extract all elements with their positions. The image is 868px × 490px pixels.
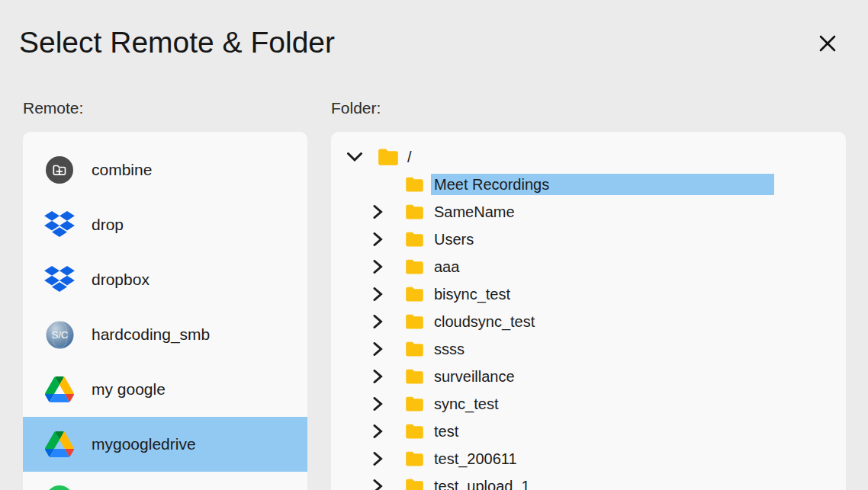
tree-item-label: test xyxy=(431,421,774,442)
remote-label: Remote: xyxy=(23,99,83,117)
remote-item-drop[interactable]: drop xyxy=(23,197,307,252)
smb-globe-icon: S/C xyxy=(44,319,75,350)
chevron-right-icon[interactable] xyxy=(373,315,383,328)
remote-item-combine[interactable]: combine xyxy=(23,143,307,197)
folder-tree: /Meet RecordingsSameNameUsersaaabisync_t… xyxy=(331,132,846,490)
chevron-right-icon[interactable] xyxy=(373,232,383,246)
tree-item-label: / xyxy=(404,146,412,168)
remote-list: combinedropdropboxS/Chardcoding_smbmy go… xyxy=(23,132,307,490)
tree-item-surveillance[interactable]: surveillance xyxy=(331,363,846,390)
tree-item-SameName[interactable]: SameName xyxy=(331,198,846,226)
tree-item-label: surveillance xyxy=(431,366,774,387)
tree-item-test-200611[interactable]: test_200611 xyxy=(331,445,846,472)
folder-icon xyxy=(405,287,424,303)
tree-item-label: Meet Recordings xyxy=(431,174,774,195)
chevron-right-icon[interactable] xyxy=(373,397,383,411)
tree-item-label: bisync_test xyxy=(431,283,774,305)
google-drive-icon xyxy=(44,429,75,460)
google-drive-icon xyxy=(44,374,75,405)
chevron-right-icon[interactable] xyxy=(373,260,383,274)
dropbox-icon xyxy=(44,210,75,240)
tree-item-label: aaa xyxy=(431,256,774,277)
page-title: Select Remote & Folder xyxy=(19,25,335,61)
remote-item-label: my google xyxy=(92,380,166,399)
remote-item-my-google[interactable]: my google xyxy=(23,362,307,417)
tree-item-ssss[interactable]: ssss xyxy=(331,335,846,363)
tree-item-label: test_200611 xyxy=(431,448,774,469)
chevron-right-icon[interactable] xyxy=(373,205,383,219)
remote-item-mygoogledrive[interactable]: mygoogledrive xyxy=(23,417,307,472)
remote-item-label: drop xyxy=(92,216,124,234)
close-button[interactable] xyxy=(816,32,839,55)
folder-icon xyxy=(405,177,424,193)
remote-item-label: hardcoding_smb xyxy=(92,325,210,344)
tree-item-label: cloudsync_test xyxy=(431,311,774,332)
tree-item-Users[interactable]: Users xyxy=(331,226,846,253)
chevron-down-icon[interactable] xyxy=(347,152,362,162)
tree-item-test-upload-1[interactable]: test_upload_1 xyxy=(331,472,846,490)
remote-item-label: mygoogledrive xyxy=(92,435,196,453)
tree-item-[interactable]: / xyxy=(331,143,846,171)
folder-icon xyxy=(405,479,424,490)
svg-text:S/C: S/C xyxy=(52,330,68,341)
folder-icon xyxy=(405,232,424,248)
tree-item-label: sync_test xyxy=(431,393,774,415)
dropbox-icon xyxy=(44,264,75,295)
green-ring-icon xyxy=(44,484,75,490)
folder-icon xyxy=(405,314,424,330)
folder-label: Folder: xyxy=(331,99,381,117)
folder-icon xyxy=(405,424,424,440)
chevron-right-icon[interactable] xyxy=(373,452,383,466)
tree-item-label: test_upload_1 xyxy=(431,476,774,490)
tree-item-label: Users xyxy=(431,229,774,250)
close-icon xyxy=(818,34,837,53)
folder-icon xyxy=(405,204,424,220)
tree-item-label: ssss xyxy=(431,338,774,360)
remote-item-dropbox[interactable]: dropbox xyxy=(23,252,307,307)
remote-item-label: combine xyxy=(92,161,152,179)
tree-item-bisync-test[interactable]: bisync_test xyxy=(331,280,846,308)
folder-icon xyxy=(405,259,424,275)
combine-icon xyxy=(44,155,75,185)
folder-icon xyxy=(405,369,424,385)
folder-icon xyxy=(378,148,399,166)
chevron-right-icon[interactable] xyxy=(373,370,383,383)
folder-icon xyxy=(405,341,424,357)
chevron-right-icon[interactable] xyxy=(373,287,383,301)
chevron-right-icon[interactable] xyxy=(373,424,383,438)
tree-item-Meet-Recordings[interactable]: Meet Recordings xyxy=(331,171,846,198)
tree-item-cloudsync-test[interactable]: cloudsync_test xyxy=(331,308,846,335)
chevron-right-icon[interactable] xyxy=(373,479,383,490)
tree-item-aaa[interactable]: aaa xyxy=(331,253,846,280)
tree-item-sync-test[interactable]: sync_test xyxy=(331,390,846,418)
folder-icon xyxy=(405,451,424,467)
remote-item-hardcoding_smb[interactable]: S/Chardcoding_smb xyxy=(23,307,307,362)
remote-item-label: dropbox xyxy=(92,271,149,289)
tree-item-label: SameName xyxy=(431,201,774,223)
folder-icon xyxy=(405,396,424,412)
chevron-right-icon[interactable] xyxy=(373,342,383,356)
tree-item-test[interactable]: test xyxy=(331,418,846,445)
remote-item[interactable] xyxy=(23,472,307,490)
